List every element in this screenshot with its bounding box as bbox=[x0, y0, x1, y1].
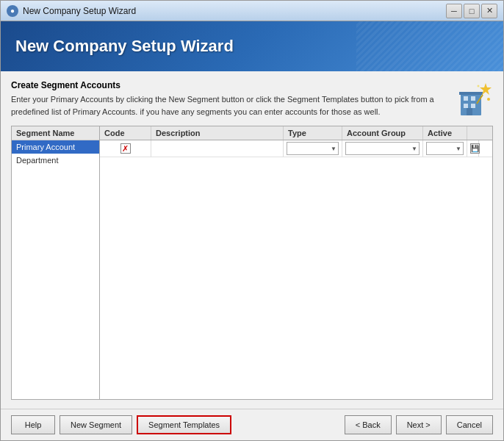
account-group-cell: ▼ bbox=[342, 140, 423, 157]
maximize-button[interactable]: □ bbox=[464, 4, 480, 18]
segment-list: Segment Name Primary Account Department bbox=[12, 126, 100, 399]
next-button[interactable]: Next > bbox=[396, 415, 442, 434]
grid-body: ▼ ▼ bbox=[100, 140, 492, 399]
active-cell: ▼ bbox=[423, 140, 467, 157]
svg-rect-5 bbox=[467, 108, 472, 115]
wizard-icon bbox=[455, 80, 493, 118]
cancel-button[interactable]: Cancel bbox=[446, 415, 493, 434]
col-header-code: Code bbox=[100, 126, 151, 140]
minimize-button[interactable]: ─ bbox=[446, 4, 462, 18]
window-title: New Company Setup Wizard bbox=[23, 6, 446, 16]
type-cell: ▼ bbox=[284, 140, 342, 157]
svg-point-10 bbox=[478, 85, 480, 87]
col-header-account-group: Account Group bbox=[342, 126, 423, 140]
description-cell[interactable] bbox=[151, 140, 284, 157]
description-body: Enter your Primary Accounts by clicking … bbox=[11, 93, 446, 118]
close-button[interactable]: ✕ bbox=[481, 4, 497, 18]
account-group-dropdown-arrow: ▼ bbox=[411, 146, 417, 152]
title-bar: ● New Company Setup Wizard ─ □ ✕ bbox=[1, 1, 503, 21]
type-dropdown[interactable]: ▼ bbox=[287, 142, 339, 155]
back-button[interactable]: < Back bbox=[345, 415, 392, 434]
help-button[interactable]: Help bbox=[11, 415, 55, 434]
svg-rect-1 bbox=[464, 96, 468, 101]
segment-templates-button[interactable]: Segment Templates bbox=[137, 415, 231, 434]
header-decoration bbox=[356, 21, 503, 71]
col-header-description: Description bbox=[151, 126, 284, 140]
svg-rect-6 bbox=[459, 92, 483, 95]
save-row-button[interactable]: 💾 bbox=[470, 143, 480, 154]
header-title: New Company Setup Wizard bbox=[15, 37, 234, 56]
col-header-type: Type bbox=[284, 126, 342, 140]
svg-rect-4 bbox=[471, 104, 475, 108]
svg-rect-2 bbox=[471, 96, 475, 101]
save-cell: 💾 bbox=[467, 140, 479, 157]
col-header-scroll bbox=[467, 126, 479, 140]
title-bar-buttons: ─ □ ✕ bbox=[446, 4, 497, 18]
main-window: ● New Company Setup Wizard ─ □ ✕ New Com… bbox=[0, 0, 504, 441]
code-checkbox[interactable] bbox=[120, 143, 131, 154]
svg-rect-3 bbox=[464, 104, 468, 108]
type-dropdown-arrow: ▼ bbox=[331, 146, 336, 152]
description-title: Create Segment Accounts bbox=[11, 80, 446, 90]
window-icon: ● bbox=[7, 5, 18, 17]
description-text: Create Segment Accounts Enter your Prima… bbox=[11, 80, 446, 118]
footer-buttons: Help New Segment Segment Templates < Bac… bbox=[1, 409, 503, 440]
table-row: ▼ ▼ bbox=[100, 140, 492, 157]
code-cell bbox=[100, 140, 151, 157]
data-grid: Code Description Type Account Group Acti… bbox=[100, 126, 492, 399]
active-dropdown[interactable]: ▼ bbox=[426, 142, 464, 155]
main-section: Segment Name Primary Account Department … bbox=[11, 126, 493, 400]
header-banner: New Company Setup Wizard bbox=[1, 21, 503, 71]
description-box: Create Segment Accounts Enter your Prima… bbox=[11, 80, 493, 118]
account-group-dropdown[interactable]: ▼ bbox=[345, 142, 420, 155]
segment-item-primary-account[interactable]: Primary Account bbox=[12, 140, 99, 154]
content-area: Create Segment Accounts Enter your Prima… bbox=[1, 71, 503, 409]
svg-point-9 bbox=[487, 98, 490, 101]
segment-list-header: Segment Name bbox=[12, 126, 99, 140]
active-dropdown-arrow: ▼ bbox=[456, 146, 461, 152]
grid-header: Code Description Type Account Group Acti… bbox=[100, 126, 492, 140]
segment-item-department[interactable]: Department bbox=[12, 154, 99, 167]
new-segment-button[interactable]: New Segment bbox=[60, 415, 132, 434]
col-header-active: Active bbox=[423, 126, 467, 140]
